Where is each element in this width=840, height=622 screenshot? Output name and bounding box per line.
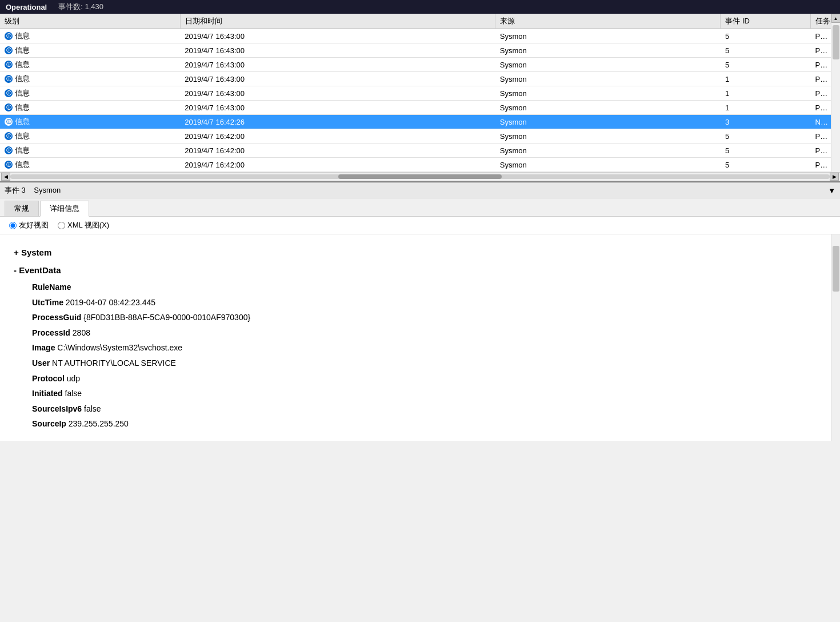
cell-task: Process Create (rule:... bbox=[811, 101, 831, 115]
cell-eventid: 1 bbox=[721, 72, 811, 86]
info-icon: ⓘ bbox=[5, 118, 13, 126]
cell-task: Process Create (rule:... bbox=[811, 72, 831, 86]
table-row[interactable]: ⓘ信息2019/4/7 16:42:26Sysmon3Network conne… bbox=[0, 115, 831, 129]
detail-field: ProcessId 2808 bbox=[14, 325, 817, 341]
top-bar: Operational 事件数: 1,430 bbox=[0, 0, 840, 14]
cell-task: Process terminated (... bbox=[811, 43, 831, 58]
cell-eventid: 1 bbox=[721, 101, 811, 115]
cell-datetime: 2019/4/7 16:43:00 bbox=[180, 101, 495, 115]
info-icon: ⓘ bbox=[5, 132, 13, 140]
system-line[interactable]: + System bbox=[14, 245, 817, 261]
info-icon: ⓘ bbox=[5, 61, 13, 69]
info-icon: ⓘ bbox=[5, 89, 13, 97]
collapse-icon[interactable]: ▼ bbox=[828, 186, 835, 195]
detail-vertical-scrollbar[interactable] bbox=[831, 234, 840, 441]
field-key: SourceIsIpv6 bbox=[32, 404, 82, 413]
col-source: 来源 bbox=[495, 14, 721, 29]
scroll-thumb[interactable] bbox=[833, 25, 839, 59]
cell-task: Process terminated (... bbox=[811, 143, 831, 158]
cell-level: ⓘ信息 bbox=[0, 143, 180, 158]
detail-field: Protocol udp bbox=[14, 371, 817, 386]
cell-level: ⓘ信息 bbox=[0, 101, 180, 115]
col-eventid: 事件 ID bbox=[721, 14, 811, 29]
cell-datetime: 2019/4/7 16:42:26 bbox=[180, 115, 495, 129]
event-data-line[interactable]: - EventData bbox=[14, 262, 817, 279]
table-row[interactable]: ⓘ信息2019/4/7 16:42:00Sysmon5Process termi… bbox=[0, 143, 831, 158]
cell-eventid: 5 bbox=[721, 29, 811, 43]
cell-source: Sysmon bbox=[495, 129, 721, 143]
detail-field: SourceIsIpv6 false bbox=[14, 401, 817, 417]
table-row[interactable]: ⓘ信息2019/4/7 16:43:00Sysmon1Process Creat… bbox=[0, 72, 831, 86]
detail-field: ProcessGuid {8F0D31BB-88AF-5CA9-0000-001… bbox=[14, 310, 817, 325]
field-value: C:\Windows\System32\svchost.exe bbox=[55, 343, 182, 352]
field-key: ProcessId bbox=[32, 328, 70, 337]
col-task: 任务类别 bbox=[811, 14, 831, 29]
view-friendly[interactable]: 友好视图 bbox=[9, 220, 49, 230]
info-icon: ⓘ bbox=[5, 103, 13, 111]
table-vertical-scrollbar[interactable]: ▲ bbox=[831, 14, 840, 172]
event-detail-header: 事件 3 Sysmon ▼ bbox=[0, 182, 840, 198]
cell-source: Sysmon bbox=[495, 115, 721, 129]
cell-level: ⓘ信息 bbox=[0, 115, 180, 129]
cell-source: Sysmon bbox=[495, 58, 721, 72]
cell-eventid: 5 bbox=[721, 158, 811, 172]
table-row[interactable]: ⓘ信息2019/4/7 16:43:00Sysmon1Process Creat… bbox=[0, 101, 831, 115]
detail-field: Initiated false bbox=[14, 386, 817, 401]
table-row[interactable]: ⓘ信息2019/4/7 16:43:00Sysmon1Process Creat… bbox=[0, 86, 831, 101]
scrollbar-thumb[interactable] bbox=[338, 174, 502, 179]
cell-task: Process terminated (... bbox=[811, 158, 831, 172]
detail-fields: RuleNameUtcTime 2019-04-07 08:42:23.445P… bbox=[14, 280, 817, 432]
col-level: 级别 bbox=[0, 14, 180, 29]
scrollbar-track[interactable] bbox=[10, 174, 830, 179]
cell-datetime: 2019/4/7 16:43:00 bbox=[180, 43, 495, 58]
cell-source: Sysmon bbox=[495, 72, 721, 86]
detail-field: User NT AUTHORITY\LOCAL SERVICE bbox=[14, 356, 817, 371]
field-value: false bbox=[82, 404, 101, 413]
table-header-row: 级别 日期和时间 来源 事件 ID 任务类别 bbox=[0, 14, 831, 29]
horizontal-scrollbar[interactable]: ◀ ▶ bbox=[0, 172, 840, 181]
scroll-left-arrow[interactable]: ◀ bbox=[1, 173, 10, 181]
col-datetime: 日期和时间 bbox=[180, 14, 495, 29]
cell-level: ⓘ信息 bbox=[0, 158, 180, 172]
cell-datetime: 2019/4/7 16:43:00 bbox=[180, 58, 495, 72]
view-xml[interactable]: XML 视图(X) bbox=[58, 220, 109, 230]
field-value: false bbox=[63, 389, 82, 398]
scroll-right-arrow[interactable]: ▶ bbox=[830, 173, 839, 181]
tab-detail[interactable]: 详细信息 bbox=[40, 201, 89, 217]
tab-general[interactable]: 常规 bbox=[5, 201, 39, 216]
info-icon: ⓘ bbox=[5, 146, 13, 154]
table-row[interactable]: ⓘ信息2019/4/7 16:43:00Sysmon5Process termi… bbox=[0, 43, 831, 58]
cell-level: ⓘ信息 bbox=[0, 129, 180, 143]
detail-field: RuleName bbox=[14, 280, 817, 295]
field-key: User bbox=[32, 358, 50, 368]
event-detail-title: 事件 3 Sysmon bbox=[5, 185, 61, 196]
table-row[interactable]: ⓘ信息2019/4/7 16:42:00Sysmon5Process termi… bbox=[0, 129, 831, 143]
detail-field: UtcTime 2019-04-07 08:42:23.445 bbox=[14, 295, 817, 310]
cell-task: Network connection... bbox=[811, 115, 831, 129]
event-table: 级别 日期和时间 来源 事件 ID 任务类别 ⓘ信息2019/4/7 16:43… bbox=[0, 14, 831, 172]
table-row[interactable]: ⓘ信息2019/4/7 16:42:00Sysmon5Process termi… bbox=[0, 158, 831, 172]
field-key: RuleName bbox=[32, 282, 71, 292]
cell-eventid: 5 bbox=[721, 43, 811, 58]
field-key: ProcessGuid bbox=[32, 313, 81, 322]
scroll-up-arrow[interactable]: ▲ bbox=[831, 14, 841, 23]
event-table-container: 级别 日期和时间 来源 事件 ID 任务类别 ⓘ信息2019/4/7 16:43… bbox=[0, 14, 840, 182]
cell-source: Sysmon bbox=[495, 143, 721, 158]
field-value: 2808 bbox=[70, 328, 90, 337]
cell-level: ⓘ信息 bbox=[0, 43, 180, 58]
mode-label: Operational bbox=[6, 3, 47, 11]
field-value: udp bbox=[65, 374, 80, 383]
detail-scroll-thumb[interactable] bbox=[833, 246, 839, 292]
cell-level: ⓘ信息 bbox=[0, 72, 180, 86]
info-icon: ⓘ bbox=[5, 32, 13, 40]
table-row[interactable]: ⓘ信息2019/4/7 16:43:00Sysmon5Process termi… bbox=[0, 29, 831, 43]
cell-eventid: 3 bbox=[721, 115, 811, 129]
detail-field: SourceIp 239.255.255.250 bbox=[14, 416, 817, 432]
cell-datetime: 2019/4/7 16:42:00 bbox=[180, 143, 495, 158]
info-icon: ⓘ bbox=[5, 75, 13, 83]
detail-scroll-container: + System - EventData RuleNameUtcTime 201… bbox=[0, 234, 840, 441]
table-row[interactable]: ⓘ信息2019/4/7 16:43:00Sysmon5Process termi… bbox=[0, 58, 831, 72]
cell-level: ⓘ信息 bbox=[0, 86, 180, 101]
cell-datetime: 2019/4/7 16:42:00 bbox=[180, 129, 495, 143]
info-icon: ⓘ bbox=[5, 46, 13, 54]
